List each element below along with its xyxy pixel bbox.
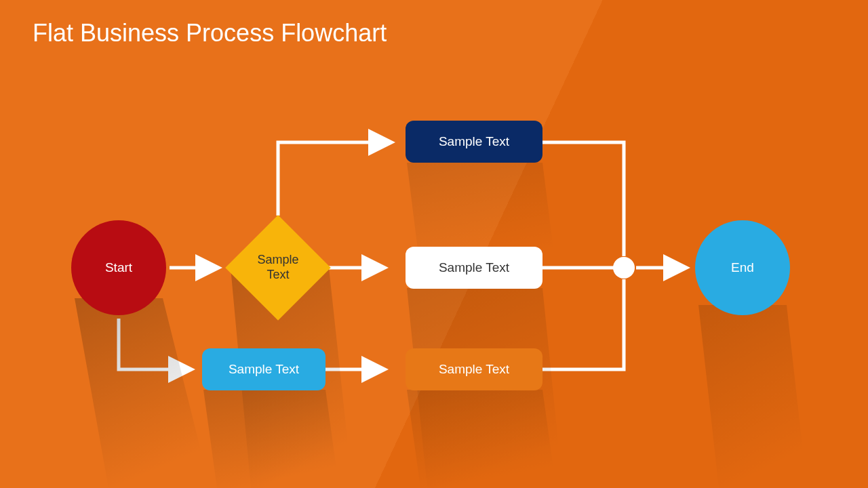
merge-junction: [613, 257, 635, 279]
decision-node: SampleText: [241, 230, 315, 305]
top-process-label: Sample Text: [439, 134, 509, 149]
decision-label: SampleText: [257, 253, 298, 282]
flowchart-canvas: Start SampleText Sample Text Sample Text…: [0, 0, 868, 488]
top-process-box: Sample Text: [406, 121, 542, 163]
alt-process-label: Sample Text: [229, 362, 299, 377]
start-label: Start: [105, 260, 132, 275]
low-process-label: Sample Text: [439, 362, 509, 377]
alt-process-box: Sample Text: [202, 348, 326, 390]
low-process-box: Sample Text: [406, 348, 542, 390]
end-label: End: [731, 260, 754, 275]
start-node: Start: [71, 220, 166, 315]
mid-process-box: Sample Text: [406, 247, 542, 289]
mid-process-label: Sample Text: [439, 260, 509, 275]
end-node: End: [695, 220, 790, 315]
